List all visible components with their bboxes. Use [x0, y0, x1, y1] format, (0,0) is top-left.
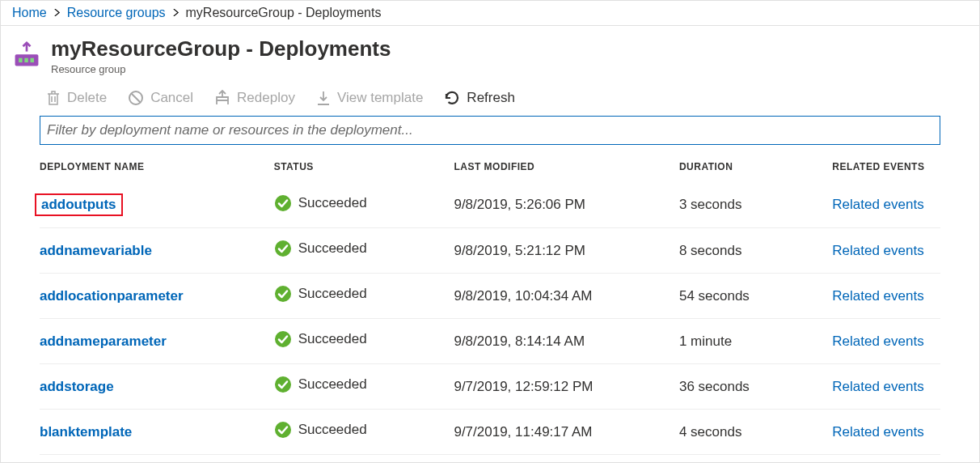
status-cell: Succeeded: [274, 376, 367, 393]
cancel-button[interactable]: Cancel: [128, 90, 193, 106]
col-duration[interactable]: DURATION: [679, 150, 832, 185]
status-text: Succeeded: [298, 376, 367, 393]
table-row: addnamevariableSucceeded9/8/2019, 5:21:1…: [40, 228, 940, 274]
duration-cell: 1 minute: [679, 319, 832, 364]
deployment-name-link[interactable]: blanktemplate: [40, 424, 132, 440]
deployment-name-link[interactable]: addnamevariable: [40, 243, 152, 259]
table-row: addoutputsSucceeded9/8/2019, 5:26:06 PM3…: [40, 185, 940, 228]
svg-point-8: [275, 331, 291, 347]
svg-point-5: [275, 195, 291, 211]
toolbar: Delete Cancel Redeploy View template: [1, 80, 979, 116]
duration-cell: 36 seconds: [679, 364, 832, 410]
related-events-link[interactable]: Related events: [832, 288, 923, 304]
cancel-icon: [128, 90, 144, 106]
related-events-link[interactable]: Related events: [832, 333, 923, 349]
breadcrumb: Home Resource groups myResourceGroup - D…: [1, 1, 979, 26]
col-related[interactable]: RELATED EVENTS: [832, 150, 940, 185]
related-events-link[interactable]: Related events: [832, 379, 923, 394]
status-cell: Succeeded: [274, 330, 367, 348]
trash-icon: [46, 90, 61, 106]
last-modified-cell: 9/8/2019, 5:26:06 PM: [454, 185, 679, 228]
col-status[interactable]: STATUS: [274, 150, 454, 185]
svg-rect-3: [31, 58, 35, 62]
duration-cell: 54 seconds: [679, 274, 832, 319]
resource-group-icon: [12, 41, 41, 70]
page-title: myResourceGroup - Deployments: [51, 36, 391, 62]
chevron-right-icon: [172, 7, 180, 19]
success-icon: [274, 421, 292, 439]
breadcrumb-home[interactable]: Home: [12, 6, 47, 20]
status-text: Succeeded: [298, 195, 367, 211]
deployment-name-link[interactable]: addstorage: [40, 379, 114, 395]
page-subtitle: Resource group: [51, 63, 391, 75]
view-template-button[interactable]: View template: [316, 90, 423, 106]
breadcrumb-resource-groups[interactable]: Resource groups: [67, 6, 166, 20]
last-modified-cell: 9/7/2019, 11:49:17 AM: [454, 410, 679, 455]
last-modified-cell: 9/8/2019, 8:14:14 AM: [454, 319, 679, 364]
related-events-link[interactable]: Related events: [832, 197, 923, 212]
status-cell: Succeeded: [274, 194, 367, 212]
delete-button[interactable]: Delete: [46, 90, 107, 106]
table-row: addstorageSucceeded9/7/2019, 12:59:12 PM…: [40, 364, 940, 410]
svg-rect-2: [24, 58, 28, 62]
last-modified-cell: 9/8/2019, 5:21:12 PM: [454, 228, 679, 274]
status-text: Succeeded: [298, 240, 367, 257]
status-cell: Succeeded: [274, 285, 367, 303]
deployment-name-link[interactable]: addoutputs: [35, 193, 123, 216]
related-events-link[interactable]: Related events: [832, 424, 923, 440]
svg-point-7: [275, 286, 291, 302]
last-modified-cell: 9/8/2019, 10:04:34 AM: [454, 274, 679, 319]
status-cell: Succeeded: [274, 421, 367, 439]
duration-cell: 4 seconds: [679, 410, 832, 455]
status-text: Succeeded: [298, 331, 367, 347]
status-text: Succeeded: [298, 286, 367, 302]
success-icon: [274, 285, 292, 303]
redeploy-button[interactable]: Redeploy: [214, 90, 295, 106]
table-row: blanktemplateSucceeded9/7/2019, 11:49:17…: [40, 410, 940, 455]
success-icon: [274, 240, 292, 257]
chevron-right-icon: [53, 7, 61, 19]
success-icon: [274, 330, 292, 348]
col-last-modified[interactable]: LAST MODIFIED: [454, 150, 679, 185]
success-icon: [274, 376, 292, 393]
duration-cell: 3 seconds: [679, 185, 832, 228]
status-text: Succeeded: [298, 422, 367, 438]
download-icon: [316, 90, 331, 106]
status-cell: Succeeded: [274, 240, 367, 257]
col-name[interactable]: DEPLOYMENT NAME: [40, 150, 274, 185]
table-row: addlocationparameterSucceeded9/8/2019, 1…: [40, 274, 940, 319]
redeploy-icon: [214, 90, 230, 106]
last-modified-cell: 9/7/2019, 12:59:12 PM: [454, 364, 679, 410]
svg-point-10: [275, 422, 291, 438]
breadcrumb-current: myResourceGroup - Deployments: [186, 6, 382, 20]
filter-input[interactable]: [40, 116, 940, 145]
page-header: myResourceGroup - Deployments Resource g…: [1, 26, 979, 80]
duration-cell: 8 seconds: [679, 228, 832, 274]
deployments-table: DEPLOYMENT NAME STATUS LAST MODIFIED DUR…: [40, 150, 940, 455]
refresh-icon: [444, 90, 460, 106]
success-icon: [274, 194, 292, 212]
table-row: addnameparameterSucceeded9/8/2019, 8:14:…: [40, 319, 940, 364]
deployment-name-link[interactable]: addnameparameter: [40, 333, 167, 350]
related-events-link[interactable]: Related events: [832, 243, 923, 258]
svg-rect-1: [19, 58, 23, 62]
deployment-name-link[interactable]: addlocationparameter: [40, 288, 184, 304]
svg-point-6: [275, 240, 291, 257]
refresh-button[interactable]: Refresh: [444, 90, 515, 106]
svg-point-9: [275, 376, 291, 393]
